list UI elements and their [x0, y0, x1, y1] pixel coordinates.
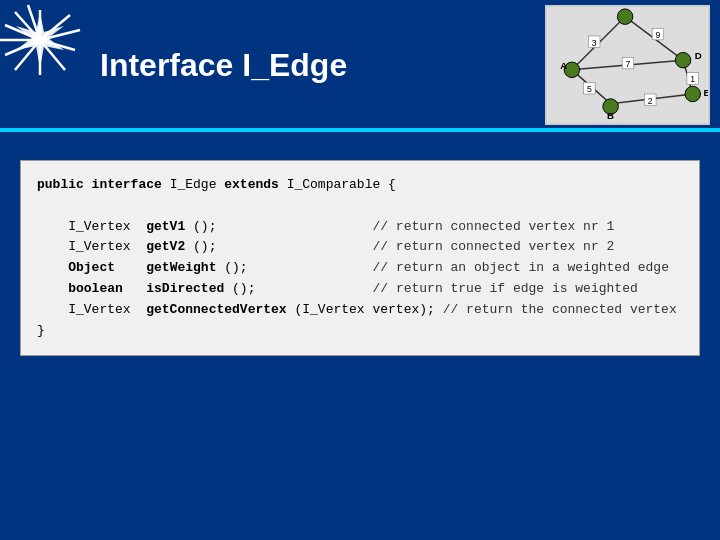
code-line-blank — [37, 196, 683, 217]
svg-point-36 — [675, 52, 690, 67]
graph-container: 3 9 7 1 5 2 A C D B E — [545, 5, 710, 125]
code-line-getv2: I_Vertex getV2 (); // return connected v… — [37, 237, 683, 258]
svg-text:9: 9 — [656, 30, 661, 40]
svg-text:B: B — [607, 110, 614, 121]
svg-text:C: C — [622, 7, 629, 8]
code-line-getweight: Object getWeight (); // return an object… — [37, 258, 683, 279]
svg-point-34 — [617, 9, 632, 24]
code-block: public interface I_Edge extends I_Compar… — [20, 160, 700, 356]
divider-line — [0, 128, 720, 132]
svg-text:A: A — [560, 60, 567, 71]
code-line-isdirected: boolean isDirected (); // return true if… — [37, 279, 683, 300]
code-line-getv1: I_Vertex getV1 (); // return connected v… — [37, 217, 683, 238]
graph-svg: 3 9 7 1 5 2 A C D B E — [547, 7, 708, 123]
svg-text:1: 1 — [690, 74, 695, 84]
svg-point-40 — [685, 86, 700, 101]
code-line-getconnected: I_Vertex getConnectedVertex (I_Vertex ve… — [37, 300, 683, 321]
code-line-1: public interface I_Edge extends I_Compar… — [37, 175, 683, 196]
svg-text:2: 2 — [648, 96, 653, 106]
svg-text:D: D — [695, 50, 702, 61]
slide-title: Interface I_Edge — [100, 47, 347, 84]
svg-text:7: 7 — [626, 59, 631, 69]
svg-text:3: 3 — [592, 38, 597, 48]
code-line-close: } — [37, 321, 683, 342]
svg-text:5: 5 — [587, 84, 592, 94]
svg-text:E: E — [703, 87, 708, 98]
